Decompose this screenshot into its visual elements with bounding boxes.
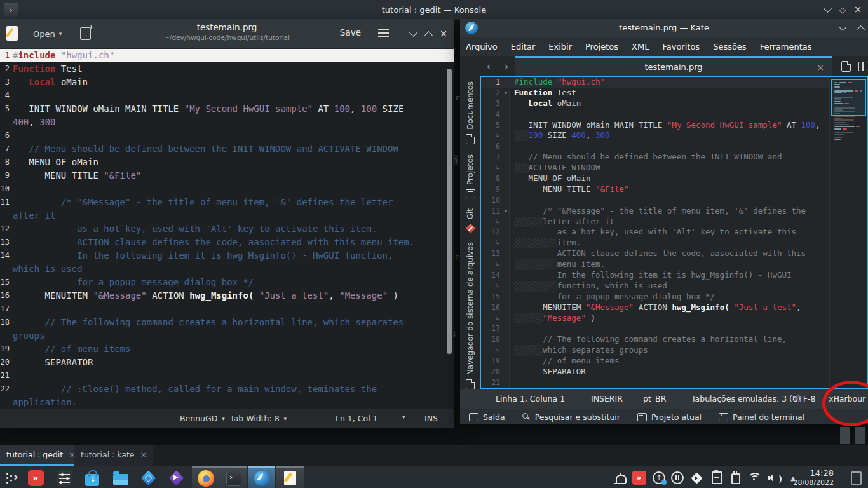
show-desktop-button[interactable] — [851, 471, 862, 485]
konsole-tab[interactable]: tutorial : kate× — [74, 445, 153, 466]
fold-marker-icon[interactable] — [501, 345, 510, 356]
menu-favoritos[interactable]: Favoritos — [662, 42, 700, 51]
fold-marker-icon[interactable] — [501, 259, 510, 270]
kate-editor-view[interactable]: 1#include "hwgui.ch"2▾Function Test3 Loc… — [480, 76, 868, 389]
fold-marker-icon[interactable]: ▾ — [501, 88, 510, 98]
fold-marker-icon[interactable] — [501, 217, 510, 227]
launcher-remote-app[interactable]: » — [27, 469, 44, 487]
fold-marker-icon[interactable] — [501, 356, 510, 367]
launcher-discover[interactable] — [83, 469, 101, 487]
menu-projetos[interactable]: Projetos — [585, 42, 618, 51]
new-document-icon[interactable] — [80, 27, 91, 40]
toolview-button[interactable]: Pesquisar e substituir — [522, 412, 620, 422]
konsole-close-button[interactable]: × — [853, 5, 863, 14]
tray-media-pause[interactable] — [670, 470, 685, 485]
document-tab[interactable]: testemain.prg × — [515, 56, 832, 76]
fold-marker-icon[interactable] — [501, 130, 510, 141]
gedit-close-button[interactable]: × — [438, 29, 449, 38]
menu-arquivo[interactable]: Arquivo — [466, 42, 498, 51]
syntax-selector[interactable]: xHarbour — [829, 394, 865, 403]
fold-marker-icon[interactable] — [501, 270, 510, 281]
tab-close-icon[interactable]: × — [140, 450, 147, 459]
cursor-position[interactable]: Linha 1, Coluna 1 — [496, 394, 565, 403]
fold-marker-icon[interactable] — [501, 98, 510, 109]
menu-exibir[interactable]: Exibir — [548, 42, 572, 51]
tray-usb-device[interactable] — [728, 470, 743, 485]
hamburger-menu-icon[interactable] — [378, 29, 389, 37]
minimap-viewport[interactable] — [831, 79, 866, 116]
gedit-scrollbar[interactable] — [447, 69, 452, 354]
tab-width-selector[interactable]: Tab Width: 8 ▾ — [230, 414, 287, 423]
fold-marker-icon[interactable] — [501, 152, 510, 163]
tray-network[interactable] — [747, 470, 762, 485]
fold-marker-icon[interactable] — [501, 184, 510, 195]
konsole-tab[interactable]: tutorial : gedit× — [0, 445, 82, 466]
tray-notifications[interactable] — [613, 470, 628, 485]
gedit-minimize-button[interactable] — [408, 29, 418, 38]
fold-marker-icon[interactable] — [501, 163, 510, 173]
menu-ferramentas[interactable]: Ferramentas — [760, 42, 812, 51]
fold-marker-icon[interactable] — [501, 377, 510, 388]
encoding-selector[interactable]: UTF-8 — [792, 394, 815, 403]
split-view-icon[interactable] — [858, 62, 868, 71]
toolview-button[interactable]: Projeto atual — [637, 412, 702, 422]
fold-marker-icon[interactable] — [501, 367, 510, 377]
language-selector[interactable]: BennuGD ▾ — [180, 414, 225, 423]
fold-marker-icon[interactable] — [501, 109, 510, 120]
fold-marker-icon[interactable] — [501, 120, 510, 131]
launcher-media[interactable]: ▶ — [167, 469, 185, 487]
kate-code-area[interactable]: 1#include "hwgui.ch"2▾Function Test3 Loc… — [481, 77, 830, 388]
tray-updates[interactable]: ↑ — [651, 470, 667, 485]
fold-marker-icon[interactable] — [501, 195, 510, 206]
launcher-settings[interactable] — [55, 469, 73, 487]
tray-player[interactable] — [689, 470, 704, 485]
task-firefox[interactable] — [192, 466, 220, 488]
tab-settings[interactable]: Tabulações emuladas: 3 (4) — [691, 394, 801, 403]
launcher-files[interactable] — [112, 469, 130, 487]
fold-marker-icon[interactable] — [501, 323, 510, 334]
fold-marker-icon[interactable] — [501, 238, 510, 248]
fold-marker-icon[interactable] — [501, 313, 510, 324]
menu-editar[interactable]: Editar — [511, 42, 536, 51]
toolview-button[interactable]: Painel do terminal — [719, 412, 804, 422]
tray-clipboard[interactable] — [709, 470, 724, 485]
dictionary-selector[interactable]: pt_BR — [643, 394, 666, 403]
task-gedit[interactable] — [276, 466, 304, 488]
insert-mode-indicator[interactable]: INSERIR — [591, 394, 623, 403]
clock[interactable]: 14:28 28/08/2022 — [794, 468, 834, 487]
launcher-kodi[interactable] — [139, 469, 157, 487]
kate-minimap[interactable] — [829, 77, 867, 388]
sidebar-tool-list[interactable]: Projetos — [466, 154, 475, 198]
task-kate[interactable] — [248, 466, 275, 488]
app-launcher-button[interactable] — [4, 469, 22, 487]
fold-marker-icon[interactable] — [501, 248, 510, 259]
tab-next-button[interactable]: › — [499, 59, 513, 73]
toolview-button[interactable]: Saída — [469, 412, 505, 422]
save-button[interactable]: Save — [340, 27, 361, 37]
menu-xml[interactable]: XML — [632, 42, 649, 51]
fold-marker-icon[interactable] — [501, 77, 510, 88]
tray-remote-app[interactable]: » — [632, 470, 647, 485]
open-button[interactable]: Open ▾ — [28, 26, 67, 41]
fold-marker-icon[interactable] — [501, 141, 510, 152]
fold-marker-icon[interactable] — [501, 281, 510, 292]
fold-marker-icon[interactable] — [501, 292, 510, 302]
tab-close-icon[interactable]: × — [817, 62, 824, 72]
konsole-minimize-button[interactable] — [822, 5, 832, 14]
statusbar-dropdown[interactable]: ▾ — [402, 414, 405, 420]
konsole-maximize-button[interactable]: ◇ — [837, 5, 848, 14]
tab-prev-button[interactable]: ‹ — [482, 59, 496, 73]
fold-marker-icon[interactable] — [501, 173, 510, 184]
new-document-icon[interactable] — [841, 61, 851, 72]
sidebar-tool-git[interactable]: Git — [466, 208, 475, 232]
menu-sessões[interactable]: Sessões — [713, 42, 747, 51]
fold-marker-icon[interactable] — [501, 334, 510, 345]
insert-mode-indicator[interactable]: INS — [424, 414, 438, 423]
fold-marker-icon[interactable]: ▾ — [501, 206, 510, 217]
sidebar-tool-doc[interactable]: Documentos — [466, 81, 475, 144]
fold-marker-icon[interactable] — [501, 227, 510, 238]
cursor-position[interactable]: Ln 1, Col 1 — [336, 414, 378, 423]
kate-maximize-button[interactable] — [855, 24, 865, 32]
gedit-code-area[interactable]: 1#include "hwgui.ch"2Function Test3 Loca… — [0, 49, 454, 409]
task-konsole[interactable]: › — [220, 466, 247, 488]
